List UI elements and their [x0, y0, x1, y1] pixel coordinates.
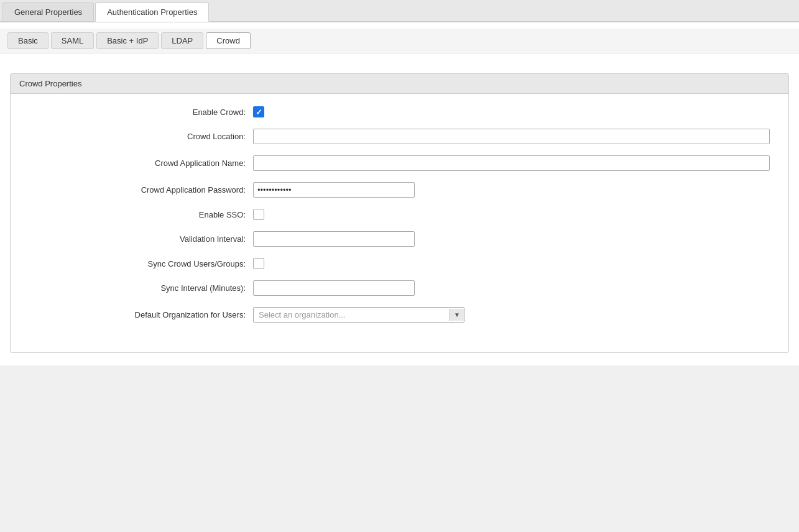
crowd-app-name-row: Crowd Application Name: root — [29, 155, 770, 171]
sync-interval-input[interactable]: 30 — [253, 280, 415, 296]
crowd-app-name-label: Crowd Application Name: — [29, 158, 253, 168]
sub-tabs-bar: Basic SAML Basic + IdP LDAP Crowd — [0, 29, 799, 53]
default-org-label: Default Organization for Users: — [29, 310, 253, 319]
default-org-row: Default Organization for Users: Select a… — [29, 307, 770, 323]
enable-sso-checkbox[interactable] — [253, 209, 264, 220]
validation-interval-input[interactable]: 100 — [253, 231, 415, 247]
crowd-location-control: mcarneiro — [253, 129, 770, 144]
section-body: Enable Crowd: Crowd Location: mcarneiro — [11, 94, 788, 352]
enable-sso-control — [253, 209, 770, 220]
enable-crowd-label: Enable Crowd: — [29, 108, 253, 117]
crowd-location-label: Crowd Location: — [29, 132, 253, 141]
enable-sso-label: Enable SSO: — [29, 210, 253, 219]
enable-crowd-control — [253, 106, 770, 117]
sync-interval-row: Sync Interval (Minutes): 30 — [29, 280, 770, 296]
validation-interval-label: Validation Interval: — [29, 234, 253, 244]
tab-basic[interactable]: Basic — [7, 32, 48, 49]
sync-crowd-row: Sync Crowd Users/Groups: — [29, 258, 770, 269]
crowd-app-password-row: Crowd Application Password: — [29, 182, 770, 198]
main-content: Crowd Properties Enable Crowd: Crowd Loc… — [0, 53, 799, 365]
crowd-app-name-control: root — [253, 155, 770, 171]
sync-crowd-label: Sync Crowd Users/Groups: — [29, 259, 253, 268]
crowd-location-input[interactable]: mcarneiro — [253, 129, 770, 144]
sync-interval-control: 30 — [253, 280, 770, 296]
default-org-select-wrapper[interactable]: Select an organization... — [253, 307, 464, 323]
enable-sso-row: Enable SSO: — [29, 209, 770, 220]
default-org-placeholder: Select an organization... — [254, 308, 450, 322]
crowd-app-password-input[interactable] — [253, 182, 415, 198]
sync-crowd-control — [253, 258, 770, 269]
sync-crowd-checkbox[interactable] — [253, 258, 264, 269]
section-title: Crowd Properties — [11, 74, 788, 94]
validation-interval-control: 100 — [253, 231, 770, 247]
tab-general-properties[interactable]: General Properties — [2, 2, 94, 21]
crowd-app-name-input[interactable]: root — [253, 155, 770, 171]
top-tabs-bar: General Properties Authentication Proper… — [0, 0, 799, 22]
tab-authentication-properties[interactable]: Authentication Properties — [95, 2, 209, 22]
enable-crowd-checkbox[interactable] — [253, 106, 264, 117]
crowd-properties-section: Crowd Properties Enable Crowd: Crowd Loc… — [10, 73, 789, 353]
default-org-dropdown-arrow[interactable] — [450, 309, 464, 321]
default-org-control: Select an organization... — [253, 307, 770, 323]
tab-crowd[interactable]: Crowd — [206, 32, 251, 49]
content-area: Basic SAML Basic + IdP LDAP Crowd Crowd … — [0, 22, 799, 365]
enable-crowd-row: Enable Crowd: — [29, 106, 770, 117]
tab-basic-idp[interactable]: Basic + IdP — [96, 32, 159, 49]
crowd-app-password-control — [253, 182, 770, 198]
tab-saml[interactable]: SAML — [51, 32, 94, 49]
crowd-app-password-label: Crowd Application Password: — [29, 185, 253, 195]
validation-interval-row: Validation Interval: 100 — [29, 231, 770, 247]
tab-ldap[interactable]: LDAP — [161, 32, 203, 49]
sync-interval-label: Sync Interval (Minutes): — [29, 283, 253, 293]
crowd-location-row: Crowd Location: mcarneiro — [29, 129, 770, 144]
